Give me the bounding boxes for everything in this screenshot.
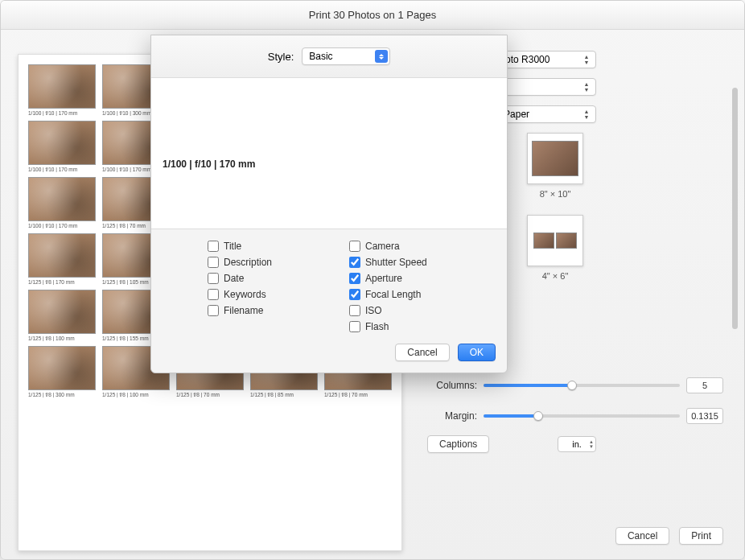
margin-row: Margin: 0.1315 [427,408,723,424]
thumb-image [28,121,96,165]
columns-row: Columns: 5 [427,377,723,393]
stepper-arrows-icon: ▲▼ [581,108,592,121]
dropdown-arrow-icon [375,50,388,63]
modal-footer: Cancel OK [151,337,507,373]
thumb-caption: 1/125 | f/8 | 100 mm [102,392,170,397]
layout-label: 4" × 6" [542,271,569,281]
thumb-caption: 1/100 | f/10 | 170 mm [28,110,96,116]
layout-label: 8" × 10" [540,189,571,199]
window-title: Print 30 Photos on 1 Pages [1,1,744,30]
thumb-caption: 1/125 | f/8 | 300 mm [28,392,96,397]
checkbox[interactable] [349,321,360,332]
layout-thumb [527,133,583,184]
checkbox[interactable] [208,305,219,316]
chk-filename[interactable]: Filename [208,305,349,316]
captions-modal: Style: Basic 1/100 | f/10 | 170 mm Title… [150,35,508,373]
stepper-arrows-icon: ▲▼ [589,439,594,449]
thumb-cell[interactable]: 1/125 | f/8 | 170 mm [28,233,96,285]
checkbox[interactable] [349,289,360,300]
style-select[interactable]: Basic [302,47,390,65]
columns-label: Columns: [427,380,477,391]
thumb-cell[interactable]: 1/100 | f/10 | 170 mm [28,121,96,172]
checkbox[interactable] [208,289,219,300]
modal-cancel-button[interactable]: Cancel [395,344,449,361]
thumb-caption: 1/125 | f/8 | 70 mm [324,392,392,397]
thumb-caption: 1/125 | f/8 | 170 mm [28,279,96,285]
chk-flash[interactable]: Flash [349,321,491,332]
thumb-caption: 1/100 | f/10 | 170 mm [28,167,96,172]
thumb-image [28,346,96,390]
caption-preview: 1/100 | f/10 | 170 mm [151,77,507,229]
caption-preview-text: 1/100 | f/10 | 170 mm [163,159,255,170]
thumb-cell[interactable]: 1/125 | f/8 | 100 mm [28,290,96,341]
thumb-cell[interactable]: 1/100 | f/10 | 170 mm [28,177,96,229]
unit-value: in. [572,439,582,449]
columns-value[interactable]: 5 [686,377,723,393]
chk-date[interactable]: Date [208,273,349,284]
unit-select[interactable]: in. ▲▼ [558,436,596,452]
print-button[interactable]: Print [679,527,723,545]
thumb-image [28,290,96,334]
thumb-cell[interactable]: 1/125 | f/8 | 300 mm [28,346,96,397]
print-window: Print 30 Photos on 1 Pages 1/100 | f/10 … [0,0,745,560]
checkbox-grid: Title Camera Description Shutter Speed D… [151,229,507,337]
chk-camera[interactable]: Camera [349,241,491,252]
stepper-arrows-icon: ▲▼ [581,80,592,93]
margin-value[interactable]: 0.1315 [686,408,723,424]
modal-ok-button[interactable]: OK [458,344,496,361]
thumb-caption: 1/125 | f/8 | 70 mm [176,392,244,397]
checkbox[interactable] [349,273,360,284]
footer-buttons: Cancel Print [615,527,723,545]
chk-keywords[interactable]: Keywords [208,289,349,300]
stepper-arrows-icon: ▲▼ [581,53,592,66]
side-scrollbar[interactable] [731,88,738,410]
thumb-image [28,177,96,221]
style-value: Basic [309,51,332,62]
thumb-cell[interactable]: 1/100 | f/10 | 170 mm [28,64,96,116]
thumb-caption: 1/125 | f/8 | 85 mm [250,392,318,397]
thumb-image [28,233,96,278]
modal-header: Style: Basic [151,35,507,77]
chk-focal[interactable]: Focal Length [349,289,491,300]
checkbox[interactable] [208,273,219,284]
checkbox[interactable] [349,257,360,268]
chk-aperture[interactable]: Aperture [349,273,491,284]
captions-row: Captions in. ▲▼ [427,435,596,453]
chk-title[interactable]: Title [208,241,349,252]
checkbox[interactable] [208,257,219,268]
cancel-button[interactable]: Cancel [615,527,669,545]
chk-iso[interactable]: ISO [349,305,491,316]
style-label: Style: [268,51,294,63]
chk-shutter[interactable]: Shutter Speed [349,257,491,268]
layout-4x6[interactable]: 4" × 6" [519,215,591,281]
thumb-image [28,64,96,109]
layout-thumb [527,215,583,266]
captions-button[interactable]: Captions [427,435,489,453]
margin-slider[interactable] [484,414,680,418]
checkbox[interactable] [349,241,360,252]
checkbox[interactable] [208,241,219,252]
checkbox[interactable] [349,305,360,316]
thumb-caption: 1/125 | f/8 | 100 mm [28,336,96,341]
margin-label: Margin: [427,410,477,422]
columns-slider[interactable] [484,384,680,387]
layout-8x10[interactable]: 8" × 10" [519,133,591,199]
thumb-caption: 1/100 | f/10 | 170 mm [28,223,96,229]
chk-description[interactable]: Description [208,257,349,268]
